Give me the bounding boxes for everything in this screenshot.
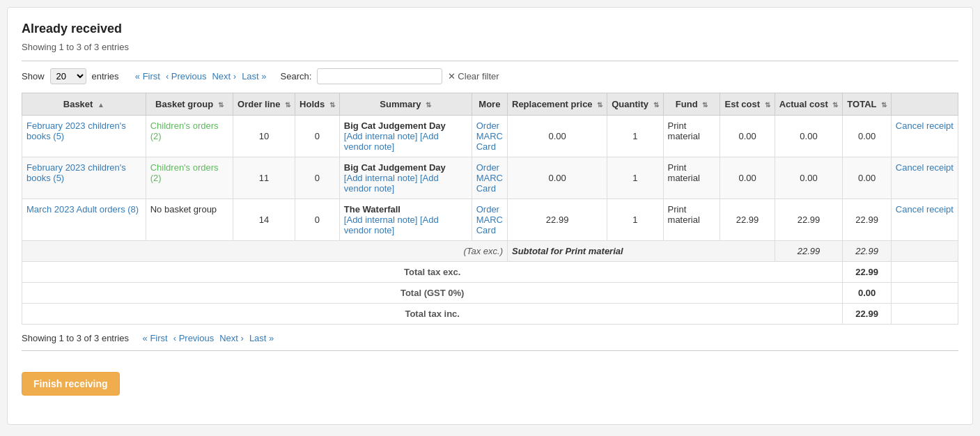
total-value: 0.00 [843, 283, 892, 304]
nav-last-bottom[interactable]: Last » [249, 333, 274, 343]
cancel-receipt-link[interactable]: Cancel receipt [896, 204, 954, 215]
more-order-link[interactable]: Order [476, 162, 499, 173]
total-value: 22.99 [843, 304, 892, 325]
cell-action: Cancel receipt [891, 157, 958, 199]
cell-quantity: 1 [607, 116, 663, 157]
bottom-controls: Showing 1 to 3 of 3 entries « First ‹ Pr… [22, 333, 958, 343]
add-internal-note-link[interactable]: [Add internal note] [344, 131, 418, 141]
col-order-line[interactable]: Order line ⇅ [233, 93, 295, 116]
sort-icon-rep-price: ⇅ [597, 101, 602, 109]
cancel-receipt-link[interactable]: Cancel receipt [896, 162, 954, 173]
cell-more: Order MARC Card [472, 116, 507, 157]
col-total[interactable]: TOTAL ⇅ [843, 93, 892, 116]
sort-icon-fund: ⇅ [702, 101, 708, 109]
cell-fund: Print material [663, 157, 720, 199]
total-label: Total (GST 0%) [22, 283, 843, 304]
subtotal-row: (Tax exc.) Subtotal for Print material 2… [22, 241, 958, 262]
nav-previous-top[interactable]: ‹ Previous [166, 71, 207, 81]
cell-basket-group: No basket group [146, 199, 233, 241]
cell-holds: 0 [295, 199, 340, 241]
more-card-link[interactable]: Card [476, 183, 496, 194]
cell-basket-group: Children's orders (2) [146, 116, 233, 157]
col-replacement-price[interactable]: Replacement price ⇅ [508, 93, 607, 116]
cell-replacement-price: 0.00 [508, 116, 607, 157]
showing-info-bottom: Showing 1 to 3 of 3 entries [22, 333, 129, 343]
table-row: March 2023 Adult orders (8)No basket gro… [22, 199, 958, 241]
col-quantity[interactable]: Quantity ⇅ [607, 93, 663, 116]
cell-basket-group: Children's orders (2) [146, 157, 233, 199]
finish-receiving-button[interactable]: Finish receiving [22, 372, 120, 396]
col-summary[interactable]: Summary ⇅ [339, 93, 472, 116]
total-value: 22.99 [843, 262, 892, 283]
controls-row: Show 10 20 50 100 entries « First ‹ Prev… [22, 68, 958, 84]
col-basket-group[interactable]: Basket group ⇅ [146, 93, 233, 116]
cell-summary: The Waterfall [Add internal note] [Add v… [339, 199, 472, 241]
summary-title: The Waterfall [344, 204, 400, 215]
cell-fund: Print material [663, 199, 720, 241]
search-label: Search: [281, 71, 312, 81]
col-action [891, 93, 958, 116]
cell-basket: February 2023 children's books (5) [22, 116, 146, 157]
nav-first-top[interactable]: « First [135, 71, 160, 81]
cell-est-cost: 0.00 [720, 116, 775, 157]
cell-total: 22.99 [843, 199, 892, 241]
tax-exc-label: (Tax exc.) [22, 241, 508, 262]
cell-order-line: 11 [233, 157, 295, 199]
summary-title: Big Cat Judgement Day [344, 120, 446, 131]
cell-actual-cost: 0.00 [775, 157, 843, 199]
bottom-divider [22, 350, 958, 351]
cell-summary: Big Cat Judgement Day [Add internal note… [339, 116, 472, 157]
subtotal-actual-cost: 22.99 [843, 241, 892, 262]
cell-basket: February 2023 children's books (5) [22, 157, 146, 199]
cell-quantity: 1 [607, 157, 663, 199]
nav-next-bottom[interactable]: Next › [219, 333, 244, 343]
cell-fund: Print material [663, 116, 720, 157]
table-row: February 2023 children's books (5)Childr… [22, 157, 958, 199]
col-actual-cost[interactable]: Actual cost ⇅ [775, 93, 843, 116]
entries-label: entries [92, 71, 119, 81]
search-input[interactable] [317, 68, 442, 84]
cancel-receipt-link[interactable]: Cancel receipt [896, 120, 954, 131]
sort-icon-total: ⇅ [881, 101, 887, 109]
add-internal-note-link[interactable]: [Add internal note] [344, 173, 418, 183]
more-order-link[interactable]: Order [476, 120, 499, 131]
nav-previous-bottom[interactable]: ‹ Previous [173, 333, 215, 343]
more-card-link[interactable]: Card [476, 225, 496, 235]
nav-last-top[interactable]: Last » [242, 71, 266, 81]
basket-group-link[interactable]: Children's orders (2) [150, 162, 219, 183]
add-internal-note-link[interactable]: [Add internal note] [344, 215, 418, 225]
show-select[interactable]: 10 20 50 100 [50, 68, 86, 84]
col-basket[interactable]: Basket ▲ [22, 93, 146, 116]
cell-actual-cost: 22.99 [775, 199, 843, 241]
cell-quantity: 1 [607, 199, 663, 241]
more-marc-link[interactable]: MARC [476, 173, 503, 183]
clear-filter-button[interactable]: ✕ Clear filter [448, 71, 499, 81]
sort-icon-basket: ▲ [98, 101, 104, 109]
cell-more: Order MARC Card [472, 199, 507, 241]
basket-link[interactable]: February 2023 children's books (5) [26, 162, 126, 183]
cell-est-cost: 0.00 [720, 157, 775, 199]
sort-icon-quantity: ⇅ [653, 101, 659, 109]
more-card-link[interactable]: Card [476, 141, 496, 152]
table-row: February 2023 children's books (5)Childr… [22, 116, 958, 157]
nav-next-top[interactable]: Next › [212, 71, 236, 81]
receipts-table: Basket ▲ Basket group ⇅ Order line ⇅ Hol… [22, 93, 958, 325]
more-marc-link[interactable]: MARC [476, 215, 503, 225]
basket-group-link[interactable]: Children's orders (2) [150, 120, 219, 141]
nav-first-bottom[interactable]: « First [143, 333, 168, 343]
cell-order-line: 14 [233, 199, 295, 241]
col-fund[interactable]: Fund ⇅ [663, 93, 720, 116]
more-order-link[interactable]: Order [476, 204, 499, 215]
cell-actual-cost: 0.00 [775, 116, 843, 157]
cell-holds: 0 [295, 116, 340, 157]
total-label: Total tax inc. [22, 304, 843, 325]
col-est-cost[interactable]: Est cost ⇅ [720, 93, 775, 116]
cell-holds: 0 [295, 157, 340, 199]
basket-link[interactable]: March 2023 Adult orders (8) [26, 204, 139, 215]
basket-link[interactable]: February 2023 children's books (5) [26, 120, 126, 141]
sort-icon-summary: ⇅ [426, 101, 431, 109]
more-marc-link[interactable]: MARC [476, 131, 503, 141]
sort-icon-actual-cost: ⇅ [832, 101, 838, 109]
top-divider [22, 61, 958, 61]
col-holds[interactable]: Holds ⇅ [295, 93, 340, 116]
